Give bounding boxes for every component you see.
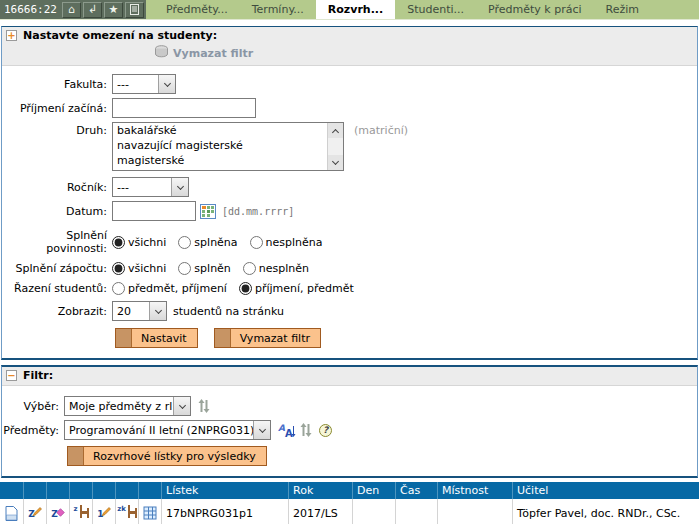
z-seat-icon[interactable]: z bbox=[69, 499, 92, 524]
chevron-down-icon bbox=[149, 302, 166, 320]
zobrazit-select[interactable]: 20 bbox=[112, 301, 167, 321]
clear-filter-icon bbox=[154, 45, 169, 61]
z-delete-icon[interactable]: Z bbox=[46, 499, 69, 524]
tab-rozvrh[interactable]: Rozvrh... bbox=[316, 0, 395, 19]
schedule-tickets-table: Lístek Rok Den Čas Místnost Učitel Z Z z… bbox=[0, 482, 699, 524]
tab-studenti[interactable]: Studenti... bbox=[395, 0, 476, 19]
chevron-down-icon bbox=[173, 397, 190, 415]
splneni-zapoctu-radiogroup: všichni splněn nesplněn bbox=[112, 262, 309, 275]
datum-format-hint: [dd.mm.rrrr] bbox=[222, 206, 294, 217]
filtr-form: Výběr: Moje předměty z rl Předměty: Prog… bbox=[2, 386, 697, 476]
razeni-radiogroup: předmět, příjmení příjmení, předmět bbox=[112, 282, 354, 295]
button-grip bbox=[116, 329, 132, 347]
rocnik-select[interactable]: --- bbox=[112, 177, 189, 197]
tab-rezim[interactable]: Režim bbox=[594, 0, 651, 19]
top-navigation-bar: 16666:22 ⌂ ↲ ★ Předměty... Termíny... Ro… bbox=[0, 0, 699, 20]
chevron-down-icon bbox=[253, 421, 270, 439]
predmety-label: Předměty: bbox=[2, 424, 64, 437]
grade-edit-icon[interactable]: 1 bbox=[92, 499, 115, 524]
zapocet-radio-vsichni[interactable] bbox=[112, 262, 125, 275]
povinnost-radio-splnena[interactable] bbox=[178, 236, 191, 249]
povinnost-radio-vsichni[interactable] bbox=[112, 236, 125, 249]
cell-rok: 2017/LS bbox=[288, 499, 352, 524]
predmety-select[interactable]: Programování II letní (2NPRG031) bbox=[64, 420, 271, 440]
splneni-povinnosti-label: Splnění povinnosti: bbox=[2, 229, 112, 255]
table-row: Z Z z 1 zk 17bNPRG031p1 2017/LS Töpfer P… bbox=[0, 499, 699, 524]
cell-listek[interactable]: 17bNPRG031p1 bbox=[161, 499, 288, 524]
button-grip bbox=[68, 447, 84, 465]
filter-buttons: Nastavit Vymazat filtr bbox=[115, 328, 697, 348]
home-icon[interactable]: ⌂ bbox=[62, 2, 81, 18]
druh-listbox[interactable]: bakalářské navazující magisterské magist… bbox=[112, 122, 344, 171]
collapse-icon[interactable]: − bbox=[6, 370, 17, 381]
student-filter-title: Nastavte omezení na studenty: bbox=[23, 29, 217, 42]
expand-icon[interactable]: + bbox=[6, 30, 17, 41]
ticket-page-icon[interactable] bbox=[0, 499, 23, 524]
scroll-down-icon[interactable] bbox=[328, 155, 343, 170]
vymazat-filtr-button[interactable]: Vymazat filtr bbox=[214, 328, 321, 348]
student-filter-form: Fakulta: --- Příjmení začíná: Druh: baka… bbox=[2, 66, 697, 358]
print-icon[interactable] bbox=[125, 2, 144, 18]
tab-predmety-k-praci[interactable]: Předměty k práci bbox=[476, 0, 594, 19]
zobrazit-label: Zobrazit: bbox=[2, 305, 112, 318]
back-arrow-icon[interactable]: ↲ bbox=[83, 2, 102, 18]
nastavit-button[interactable]: Nastavit bbox=[115, 328, 198, 348]
datum-input[interactable] bbox=[112, 201, 196, 221]
razeni-label: Řazení studentů: bbox=[2, 282, 112, 295]
prijmeni-input[interactable] bbox=[112, 98, 256, 118]
main-tabs: Předměty... Termíny... Rozvrh... Student… bbox=[146, 0, 699, 19]
filtr-panel: − Filtr: Výběr: Moje předměty z rl Předm… bbox=[1, 365, 698, 478]
student-filter-panel: + Nastavte omezení na studenty: Vymazat … bbox=[1, 26, 698, 360]
cell-den bbox=[352, 499, 395, 524]
col-listek: Lístek bbox=[161, 482, 288, 499]
splneni-povinnosti-radiogroup: všichni splněna nesplněna bbox=[112, 236, 323, 249]
chevron-down-icon bbox=[158, 75, 175, 93]
vyber-label: Výběr: bbox=[2, 400, 64, 413]
rocnik-label: Ročník: bbox=[2, 181, 112, 194]
povinnost-radio-nesplnena[interactable] bbox=[250, 236, 263, 249]
druh-note: (matriční) bbox=[354, 122, 408, 137]
cell-ucitel: Töpfer Pavel, doc. RNDr., CSc. bbox=[512, 499, 699, 524]
rozvrhove-listky-button[interactable]: Rozvrhové lístky pro výsledky bbox=[67, 446, 267, 466]
scroll-up-icon[interactable] bbox=[328, 123, 343, 138]
student-filter-header: + Nastavte omezení na studenty: Vymazat … bbox=[2, 27, 697, 66]
zapocet-radio-nesplnen[interactable] bbox=[243, 262, 256, 275]
listbox-scrollbar[interactable] bbox=[327, 123, 343, 170]
clear-filter-link[interactable]: Vymazat filtr bbox=[154, 45, 693, 61]
calendar-icon[interactable] bbox=[200, 204, 216, 219]
session-id: 16666:22 bbox=[0, 0, 61, 19]
druh-option[interactable]: navazující magisterské bbox=[113, 138, 343, 153]
zapocet-radio-splnen[interactable] bbox=[178, 262, 191, 275]
splneni-zapoctu-label: Splnění zápočtu: bbox=[2, 262, 112, 275]
razeni-radio-predmet-prijmeni[interactable] bbox=[112, 282, 125, 295]
refresh-icon[interactable] bbox=[198, 399, 210, 413]
grid-icon[interactable] bbox=[138, 499, 161, 524]
fakulta-select[interactable]: --- bbox=[112, 74, 176, 94]
filtr-title: Filtr: bbox=[23, 369, 53, 382]
col-mistnost: Místnost bbox=[437, 482, 512, 499]
col-den: Den bbox=[352, 482, 395, 499]
sort-alpha-icon[interactable]: AA bbox=[278, 423, 296, 438]
cell-mistnost bbox=[437, 499, 512, 524]
fakulta-label: Fakulta: bbox=[2, 78, 112, 91]
col-rok: Rok bbox=[288, 482, 352, 499]
svg-text:A: A bbox=[278, 423, 285, 433]
tab-terminy[interactable]: Termíny... bbox=[240, 0, 316, 19]
datum-label: Datum: bbox=[2, 205, 112, 218]
filtr-header: − Filtr: bbox=[2, 367, 697, 386]
prijmeni-label: Příjmení začíná: bbox=[2, 102, 112, 115]
cell-cas bbox=[395, 499, 437, 524]
vyber-select[interactable]: Moje předměty z rl bbox=[64, 396, 191, 416]
z-edit-icon[interactable]: Z bbox=[23, 499, 46, 524]
druh-option[interactable]: bakalářské bbox=[113, 123, 343, 138]
refresh-icon[interactable] bbox=[300, 423, 312, 437]
druh-label: Druh: bbox=[2, 122, 112, 137]
zk-seat-icon[interactable]: zk bbox=[115, 499, 138, 524]
razeni-radio-prijmeni-predmet[interactable] bbox=[239, 282, 252, 295]
tab-predmety[interactable]: Předměty... bbox=[154, 0, 240, 19]
favorites-star-icon[interactable]: ★ bbox=[104, 2, 123, 18]
druh-option[interactable]: magisterské bbox=[113, 153, 343, 168]
zobrazit-suffix: studentů na stránku bbox=[173, 305, 284, 318]
table-header-row: Lístek Rok Den Čas Místnost Učitel bbox=[0, 482, 699, 499]
help-icon[interactable]: ? bbox=[319, 424, 332, 437]
